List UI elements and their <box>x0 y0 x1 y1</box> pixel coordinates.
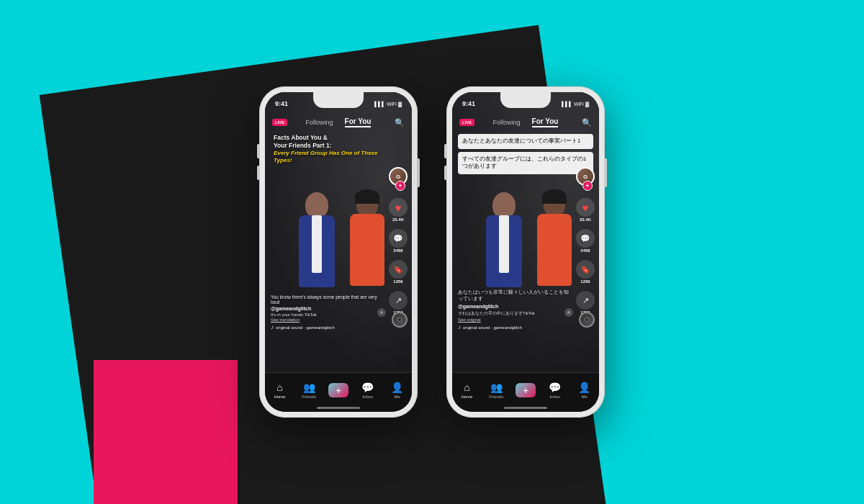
translation-badge-right: A <box>564 308 573 317</box>
tab-friends-left[interactable]: 👥 Friends <box>294 382 324 399</box>
video-info-left: You know there's always some people that… <box>271 294 386 330</box>
comment-icon-left: 💬 <box>389 229 408 248</box>
nav-following-left[interactable]: Following <box>306 119 333 126</box>
tab-plus-right[interactable]: + <box>511 383 541 397</box>
person2-hair-right <box>542 189 567 204</box>
home-label-right: Home <box>461 395 472 399</box>
nav-foryou-left[interactable]: For You <box>345 117 372 127</box>
nav-following-right[interactable]: Following <box>493 119 521 126</box>
friends-label-right: Friends <box>489 395 503 399</box>
right-phone-power-button <box>605 158 607 187</box>
search-icon-right[interactable]: 🔍 <box>582 118 592 127</box>
tiktok-nav-right: LIVE Following For You 🔍 <box>452 112 599 132</box>
tab-me-left[interactable]: 👤 Me <box>382 382 412 399</box>
video-sound-right: ♪ original sound - gameandglitch <box>458 324 573 330</box>
avatar-container-right[interactable]: G + <box>576 167 595 191</box>
search-icon-left[interactable]: 🔍 <box>395 118 405 127</box>
inbox-icon-right: 💬 <box>549 382 561 393</box>
action-icons-right: G + ♥ 25.4K 💬 3456 🔖 1256 <box>576 167 595 315</box>
share-icon-right: ↗ <box>576 291 595 310</box>
phone-notch <box>313 92 364 108</box>
like-button-left[interactable]: ♥ 25.4K <box>389 198 408 222</box>
jp-subtitle-bubble: すべての友達グループには、これらのタイプの1つがあります <box>458 152 593 174</box>
action-icons-left: G + ♥ 25.4K 💬 3456 🔖 1256 <box>389 167 408 315</box>
heart-icon-right: ♥ <box>576 198 595 217</box>
tab-inbox-right[interactable]: 💬 Inbox <box>540 382 570 399</box>
video-area-left[interactable]: Facts About You & Your Friends Part 1: E… <box>265 92 412 372</box>
wifi-icon-right: WiFi <box>574 102 584 107</box>
bookmark-icon-left: 🔖 <box>389 260 408 279</box>
wifi-icon-left: WiFi <box>387 102 397 107</box>
person1-head <box>305 192 328 218</box>
see-original-right[interactable]: See original <box>458 318 573 322</box>
friends-label-left: Friends <box>302 395 316 399</box>
phone-vol-up-button <box>257 144 259 158</box>
plus-icon-left: + <box>328 383 348 397</box>
translation-badge-left: A <box>377 308 386 317</box>
overlay-subtitle: Every Friend Group Has One of These Type… <box>274 150 383 165</box>
music-disc-left <box>392 312 408 328</box>
right-phone: あなたとあなたの友達についての事実パート1 すべての友達グループには、これらのタ… <box>446 86 605 418</box>
video-area-right[interactable]: あなたとあなたの友達についての事実パート1 すべての友達グループには、これらのタ… <box>452 92 599 372</box>
person1-stripe <box>312 215 322 273</box>
home-icon-right: ⌂ <box>464 382 469 393</box>
overlay-line2: Your Friends Part 1: <box>274 142 383 150</box>
nav-foryou-right[interactable]: For You <box>532 117 559 127</box>
music-disc-center-left <box>397 318 402 322</box>
comment-icon-right: 💬 <box>576 229 595 248</box>
left-phone: Facts About You & Your Friends Part 1: E… <box>259 86 418 418</box>
right-phone-vol-down <box>444 166 446 180</box>
likes-count-right: 25.4K <box>580 217 591 222</box>
live-badge-right: LIVE <box>459 119 474 126</box>
tiktok-nav-left: LIVE Following For You 🔍 <box>265 112 412 132</box>
video-overlay-jp: あなたとあなたの友達についての事実パート1 すべての友達グループには、これらのタ… <box>458 134 593 177</box>
bookmarks-count-right: 1256 <box>580 279 590 284</box>
comment-button-left[interactable]: 💬 3456 <box>389 229 408 253</box>
bookmark-button-left[interactable]: 🔖 1256 <box>389 260 408 284</box>
inbox-label-right: Inbox <box>549 395 560 399</box>
home-icon-left: ⌂ <box>276 382 282 393</box>
music-disc-center-right <box>585 318 589 322</box>
status-time-right: 9:41 <box>462 100 475 107</box>
tab-me-right[interactable]: 👤 Me <box>570 382 599 399</box>
battery-icon-left: ▓ <box>398 102 402 107</box>
jp-title-bubble: あなたとあなたの友達についての事実パート1 <box>458 134 593 149</box>
phone-vol-down-button <box>257 166 259 180</box>
comment-button-right[interactable]: 💬 3456 <box>576 229 595 253</box>
video-overlay-title-left: Facts About You & Your Friends Part 1: E… <box>274 134 383 165</box>
tab-friends-right[interactable]: 👥 Friends <box>482 382 511 399</box>
live-badge-left: LIVE <box>272 119 287 126</box>
like-button-right[interactable]: ♥ 25.4K <box>576 198 595 222</box>
video-description-left: It's in your hands TikTok <box>271 312 386 317</box>
phone-power-button <box>418 158 420 187</box>
status-icons-left: ▌▌▌ WiFi ▓ <box>374 102 402 107</box>
phones-container: Facts About You & Your Friends Part 1: E… <box>0 0 864 504</box>
video-description-right: それはあなたの手の中にありますTikTok <box>458 310 573 317</box>
comments-count-left: 3456 <box>393 248 402 253</box>
person1-stripe-right <box>499 215 509 273</box>
video-info-right: あなたはいつも非常に騒々しい人がいることを知っています @gameandglit… <box>458 289 573 330</box>
right-phone-vol-up <box>444 144 446 158</box>
tab-home-right[interactable]: ⌂ Home <box>452 382 482 399</box>
follow-plus-icon: + <box>395 181 405 191</box>
me-icon-right: 👤 <box>578 382 590 393</box>
home-indicator-left <box>317 407 360 409</box>
right-phone-screen: あなたとあなたの友達についての事実パート1 すべての友達グループには、これらのタ… <box>452 92 599 412</box>
bookmark-button-right[interactable]: 🔖 1256 <box>576 260 595 284</box>
see-translation-left[interactable]: See translation <box>271 318 386 322</box>
music-disc-right <box>579 312 595 328</box>
likes-count-left: 25.4K <box>392 217 404 222</box>
tab-home-left[interactable]: ⌂ Home <box>265 382 294 399</box>
avatar-container[interactable]: G + <box>389 167 408 191</box>
plus-icon-right: + <box>516 383 536 397</box>
comments-count-right: 3456 <box>580 248 590 253</box>
right-phone-notch <box>500 92 551 108</box>
video-caption-right: あなたはいつも非常に騒々しい人がいることを知っています <box>458 289 573 302</box>
video-caption-left: You know there's always some people that… <box>271 294 386 305</box>
tab-plus-left[interactable]: + <box>324 383 354 397</box>
signal-icon-left: ▌▌▌ <box>374 102 385 107</box>
music-note-icon-left: ♪ <box>271 324 274 330</box>
friends-icon-right: 👥 <box>490 382 503 393</box>
tab-inbox-left[interactable]: 💬 Inbox <box>353 382 382 399</box>
inbox-label-left: Inbox <box>362 395 373 399</box>
